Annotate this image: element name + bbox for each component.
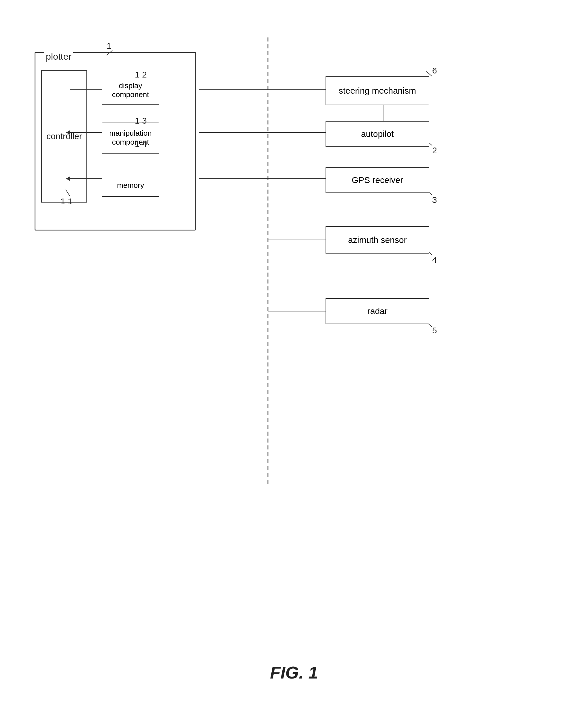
ref-4: 4 [432,255,437,265]
ref-1: 1 [107,41,111,51]
autopilot-box: autopilot [326,121,429,147]
display-component-label: displaycomponent [112,81,149,99]
memory-label: memory [117,181,144,190]
azimuth-sensor-box: azimuth sensor [326,226,429,254]
steering-mechanism-label: steering mechanism [339,86,416,96]
ref-2: 2 [432,146,437,155]
ref-6: 6 [432,66,437,76]
radar-box: radar [326,298,429,324]
ref-3: 3 [432,195,437,205]
ref-11: 1 1 [61,196,72,206]
ref-14: 1 4 [135,139,147,149]
gps-receiver-box: GPS receiver [326,167,429,193]
plotter-outer-box: plotter controller displaycomponent mani… [35,52,196,231]
ref-12: 1 2 [135,70,147,80]
controller-label: controller [46,131,82,141]
figure-caption: FIG. 1 [270,663,318,682]
autopilot-label: autopilot [361,129,394,139]
controller-box: controller [41,70,87,203]
plotter-label: plotter [44,51,73,62]
ref-13: 1 3 [135,116,147,126]
gps-receiver-label: GPS receiver [352,175,403,185]
radar-label: radar [367,306,387,316]
diagram-container: plotter controller displaycomponent mani… [17,23,565,628]
svg-line-20 [426,71,432,76]
azimuth-sensor-label: azimuth sensor [348,235,406,245]
steering-mechanism-box: steering mechanism [326,76,429,105]
figure-caption-text: FIG. 1 [270,663,318,682]
memory-component-box: memory [102,174,159,197]
manipulation-component-box: manipulationcomponent [102,122,159,153]
display-component-box: displaycomponent [102,76,159,105]
ref-5: 5 [432,325,437,335]
